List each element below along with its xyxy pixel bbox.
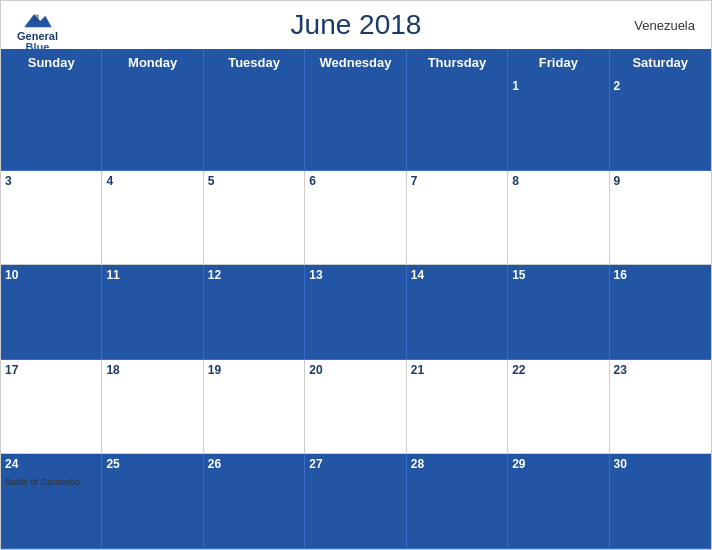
logo-icon xyxy=(21,9,53,29)
table-row xyxy=(407,76,508,171)
table-row: 22 xyxy=(508,360,609,455)
table-row: 29 xyxy=(508,454,609,549)
table-row: 5 xyxy=(204,171,305,266)
calendar-header: General Blue June 2018 Venezuela xyxy=(1,1,711,49)
table-row: 21 xyxy=(407,360,508,455)
calendar-title: June 2018 xyxy=(291,9,422,41)
table-row xyxy=(102,76,203,171)
table-row xyxy=(204,76,305,171)
table-row: 26 xyxy=(204,454,305,549)
calendar: General Blue June 2018 Venezuela Sunday … xyxy=(0,0,712,550)
table-row: 20 xyxy=(305,360,406,455)
table-row: 15 xyxy=(508,265,609,360)
logo: General Blue xyxy=(17,9,58,53)
table-row: 11 xyxy=(102,265,203,360)
table-row: 24 Battle of Carabobo xyxy=(1,454,102,549)
table-row xyxy=(1,76,102,171)
calendar-grid: 1 2 3 4 5 6 7 8 9 10 11 12 13 14 15 16 1… xyxy=(1,76,711,549)
table-row: 19 xyxy=(204,360,305,455)
table-row: 9 xyxy=(610,171,711,266)
day-saturday: Saturday xyxy=(610,49,711,76)
table-row xyxy=(305,76,406,171)
day-tuesday: Tuesday xyxy=(204,49,305,76)
table-row: 14 xyxy=(407,265,508,360)
day-thursday: Thursday xyxy=(407,49,508,76)
svg-marker-1 xyxy=(34,15,39,21)
table-row: 6 xyxy=(305,171,406,266)
table-row: 8 xyxy=(508,171,609,266)
table-row: 28 xyxy=(407,454,508,549)
table-row: 18 xyxy=(102,360,203,455)
day-friday: Friday xyxy=(508,49,609,76)
holiday-label: Battle of Carabobo xyxy=(5,477,80,487)
day-wednesday: Wednesday xyxy=(305,49,406,76)
country-label: Venezuela xyxy=(634,18,695,33)
table-row: 10 xyxy=(1,265,102,360)
table-row: 3 xyxy=(1,171,102,266)
table-row: 30 xyxy=(610,454,711,549)
table-row: 23 xyxy=(610,360,711,455)
table-row: 17 xyxy=(1,360,102,455)
table-row: 25 xyxy=(102,454,203,549)
days-of-week-header: Sunday Monday Tuesday Wednesday Thursday… xyxy=(1,49,711,76)
table-row: 12 xyxy=(204,265,305,360)
table-row: 7 xyxy=(407,171,508,266)
day-monday: Monday xyxy=(102,49,203,76)
logo-text-blue: Blue xyxy=(26,42,50,53)
day-sunday: Sunday xyxy=(1,49,102,76)
table-row: 4 xyxy=(102,171,203,266)
table-row: 1 xyxy=(508,76,609,171)
table-row: 27 xyxy=(305,454,406,549)
table-row: 16 xyxy=(610,265,711,360)
table-row: 2 xyxy=(610,76,711,171)
table-row: 13 xyxy=(305,265,406,360)
